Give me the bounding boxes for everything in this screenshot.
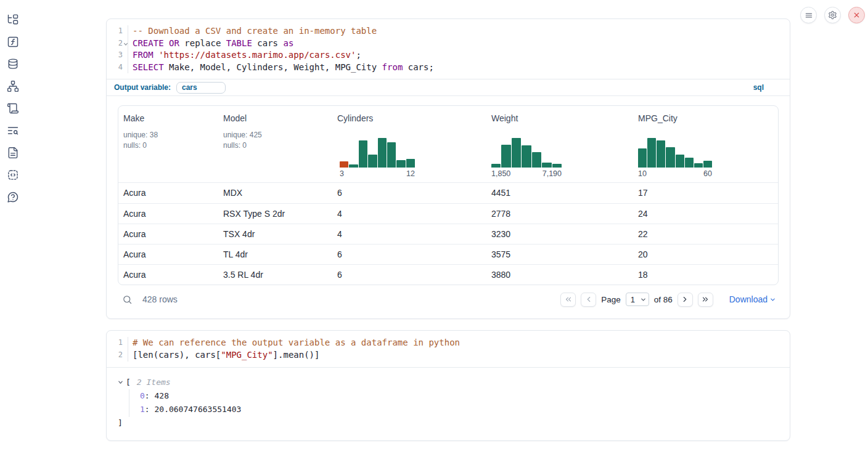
search-button[interactable] (119, 291, 135, 307)
first-page-button[interactable] (560, 293, 576, 307)
table-cell: MDX (218, 188, 332, 198)
code-text: -- Download a CSV and create an in-memor… (128, 25, 377, 38)
logs-icon[interactable] (7, 102, 19, 115)
gutter-divider (123, 62, 128, 74)
table-cell: 6 (332, 249, 486, 259)
code-line[interactable]: 4SELECT Make, Model, Cylinders, Weight, … (107, 62, 790, 74)
code-line[interactable]: 1# We can reference the output variable … (107, 337, 790, 349)
column-header-mpg-city[interactable]: MPG_City 10 60 (633, 113, 778, 182)
table-row[interactable]: AcuraRSX Type S 2dr4277824 (118, 203, 778, 224)
snippets-icon[interactable] (7, 169, 19, 181)
table-cell: 20 (633, 249, 778, 259)
window-controls (800, 7, 865, 23)
histogram-bar (685, 158, 694, 168)
axis-max: 12 (406, 169, 415, 178)
output-list-entries: 0: 4281: 20.060747663551403 (129, 389, 779, 417)
histogram-bar (406, 159, 415, 168)
help-icon[interactable] (7, 191, 19, 203)
sql-cell: 1-- Download a CSV and create an in-memo… (106, 18, 790, 319)
histogram-bar (676, 155, 684, 168)
open-bracket: [ (126, 376, 131, 389)
line-number: 3 (107, 49, 123, 62)
previous-page-button[interactable] (581, 293, 596, 307)
histogram-bar (387, 142, 396, 168)
last-page-button[interactable] (698, 293, 713, 307)
code-text: [len(cars), cars["MPG_City"].mean()] (128, 349, 319, 362)
output-variable-bar: Output variable: sql (107, 79, 790, 96)
menu-button[interactable] (800, 7, 817, 23)
output-list-item: 1: 20.060747663551403 (140, 403, 779, 417)
close-icon (853, 11, 861, 19)
file-explorer-icon[interactable] (7, 14, 19, 26)
chevron-down-icon (640, 296, 647, 303)
line-number: 1 (107, 337, 123, 349)
code-line[interactable]: 2CREATE OR replace TABLE cars as (107, 38, 790, 50)
histogram-cylinders: 3 12 (340, 137, 415, 178)
collapse-chevron-icon[interactable] (118, 379, 123, 385)
notebook: 1-- Download a CSV and create an in-memo… (106, 0, 790, 441)
table-cell: 2778 (486, 209, 633, 219)
column-header-model[interactable]: Model unique: 425 nulls: 0 (218, 113, 332, 182)
table-row[interactable]: AcuraMDX6445117 (118, 182, 778, 203)
table-row[interactable]: AcuraTSX 4dr4323022 (118, 224, 778, 244)
table-cell: 3230 (486, 229, 633, 239)
settings-button[interactable] (824, 7, 841, 23)
fold-chevron-icon[interactable] (123, 38, 128, 50)
table-row[interactable]: AcuraTL 4dr6357520 (118, 244, 778, 264)
histogram-bar (378, 138, 387, 168)
table-cell: 6 (332, 188, 486, 198)
histogram-bar (638, 148, 647, 168)
column-title: MPG_City (638, 113, 778, 123)
download-button[interactable]: Download (729, 294, 776, 304)
column-header-cylinders[interactable]: Cylinders 3 12 (332, 113, 486, 182)
histogram-axis-labels: 1,850 7,190 (491, 169, 562, 178)
code-line[interactable]: 3FROM 'https://datasets.marimo.app/cars.… (107, 49, 790, 62)
output-variable-input[interactable] (176, 82, 226, 94)
line-number: 2 (107, 349, 123, 362)
histogram-bar (694, 163, 703, 168)
table-row[interactable]: Acura3.5 RL 4dr6388018 (118, 264, 778, 285)
histogram-axis-labels: 10 60 (638, 169, 712, 178)
table-cell: Acura (118, 249, 218, 259)
line-number: 2 (107, 38, 123, 50)
axis-min: 1,850 (491, 169, 510, 178)
table-cell: Acura (118, 270, 218, 280)
close-bracket: ] (118, 417, 779, 429)
sql-code-editor[interactable]: 1-- Download a CSV and create an in-memo… (107, 19, 790, 79)
table-header-row: Make unique: 38 nulls: 0 Model unique: 4… (118, 106, 778, 182)
outline-search-icon[interactable] (7, 124, 19, 137)
gutter-divider (123, 49, 128, 62)
shutdown-button[interactable] (848, 7, 865, 23)
datasources-icon[interactable] (7, 58, 19, 70)
code-text: SELECT Make, Model, Cylinders, Weight, M… (128, 62, 434, 74)
page-label: Page (601, 295, 621, 304)
page-select[interactable]: 1 (626, 293, 649, 306)
next-page-button[interactable] (678, 293, 693, 307)
table-cell: TL 4dr (218, 249, 332, 259)
axis-max: 60 (703, 169, 712, 178)
gear-icon (828, 10, 837, 20)
table-cell: 3880 (486, 270, 633, 280)
column-header-make[interactable]: Make unique: 38 nulls: 0 (118, 113, 218, 182)
output-list-item: 0: 428 (140, 389, 779, 403)
documentation-icon[interactable] (7, 147, 19, 159)
table-cell: 17 (633, 188, 778, 198)
variables-icon[interactable] (7, 36, 19, 48)
python-cell: 1# We can reference the output variable … (106, 330, 790, 440)
dependencies-icon[interactable] (7, 80, 19, 92)
chevron-down-icon (769, 296, 776, 303)
histogram-bar (368, 155, 377, 168)
code-line[interactable]: 1-- Download a CSV and create an in-memo… (107, 25, 790, 38)
table-cell: 18 (633, 270, 778, 280)
column-header-weight[interactable]: Weight 1,850 7,190 (486, 113, 633, 182)
chevrons-left-icon (564, 295, 573, 304)
histogram-weight: 1,850 7,190 (491, 137, 562, 178)
chevron-right-icon (681, 295, 689, 304)
python-code-editor[interactable]: 1# We can reference the output variable … (107, 331, 790, 367)
table-cell: 4 (332, 229, 486, 239)
table-cell: Acura (118, 188, 218, 198)
pagination: Page 1 of 86 Download (560, 293, 777, 307)
histogram-bar (340, 161, 348, 168)
code-line[interactable]: 2[len(cars), cars["MPG_City"].mean()] (107, 349, 790, 362)
column-title: Make (123, 113, 218, 123)
